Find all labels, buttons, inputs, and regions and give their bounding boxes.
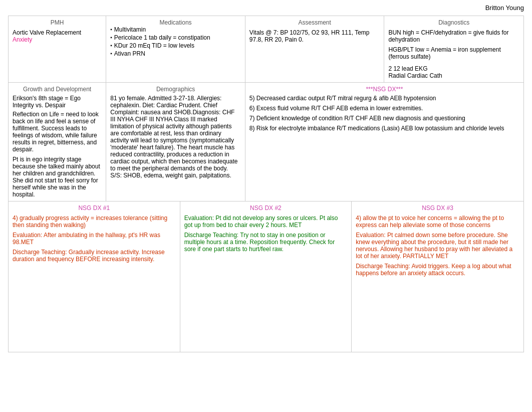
nsg-dx-item-1: 5) Decreased cardiac output R/T mitral r…	[249, 95, 519, 102]
list-item: Multivitamin	[110, 26, 241, 33]
nsg-dx-2-item1: Evaluation: Pt did not develop any sores…	[184, 215, 348, 229]
list-item: Pericolace 1 tab daily = constipation	[110, 34, 241, 41]
nsg-dx-3-item1: 4) allow the pt to voice her concerns = …	[356, 215, 519, 229]
cell-nsg-dx: ***NSG DX*** 5) Decreased cardiac output…	[245, 83, 523, 201]
user-name: Britton Young	[485, 4, 524, 12]
top-bar: Britton Young	[0, 0, 532, 16]
nsg-dx-item-4: 8) Risk for electrolyte imbalance R/T me…	[249, 125, 519, 132]
assessment-text: Vitals @ 7: BP 102/75, O2 93, HR 111, Te…	[249, 29, 380, 43]
row-3: NSG DX #1 4) gradually progress activity…	[9, 201, 523, 352]
cell-medications: Medications Multivitamin Pericolace 1 ta…	[106, 16, 245, 82]
nsg-dx-1-item2: Evaluation: After ambulating in the hall…	[13, 232, 176, 246]
nsg-dx-2-item2: Discharge Teaching: Try not to stay in o…	[184, 232, 348, 253]
cell-nsg-dx-1: NSG DX #1 4) gradually progress activity…	[9, 201, 180, 352]
medications-list: Multivitamin Pericolace 1 tab daily = co…	[110, 26, 241, 57]
diagnostics-item-3: 2 12 lead EKG	[388, 65, 519, 72]
nsg-dx-3-item2: Evaluation: Pt calmed down some before p…	[356, 232, 519, 260]
list-item: Ativan PRN	[110, 50, 241, 57]
nsg-dx-1-item1: 4) gradually progress activity = increas…	[13, 215, 176, 229]
main-grid: PMH Aortic Valve Replacement Anxiety Med…	[8, 16, 524, 352]
list-item: KDur 20 mEq TID = low levels	[110, 42, 241, 49]
demographics-text: 81 yo female. Admitted 3-27-18. Allergie…	[110, 95, 241, 179]
row-1: PMH Aortic Valve Replacement Anxiety Med…	[9, 16, 523, 83]
diagnostics-item-1: BUN high = CHF/dehydration = give fluids…	[388, 29, 519, 43]
diagnostics-header: Diagnostics	[388, 19, 519, 26]
nsg-dx-3-item3: Discharge Teaching: Avoid triggers. Keep…	[356, 263, 519, 277]
cell-diagnostics: Diagnostics BUN high = CHF/dehydration =…	[384, 16, 523, 82]
cell-growth: Growth and Development Erikson's 8th sta…	[9, 83, 106, 201]
diagnostics-item-4: Radial Cardiac Cath	[388, 72, 519, 79]
assessment-header: Assessment	[249, 19, 380, 26]
demographics-header: Demographics	[110, 86, 241, 93]
nsg-dx-1-item3: Discharge Teaching: Gradually increase a…	[13, 249, 176, 263]
nsg-dx-1-header: NSG DX #1	[13, 204, 176, 212]
nsg-dx-2-header: NSG DX #2	[184, 204, 348, 212]
nsg-dx-3-header: NSG DX #3	[356, 204, 519, 212]
nsg-dx-item-2: 6) Excess fluid volume R/T CHF AEB edema…	[249, 105, 519, 112]
nsg-dx-item-3: 7) Deficient knowledge of condition R/T …	[249, 115, 519, 122]
growth-header: Growth and Development	[13, 86, 102, 93]
pmh-line1: Aortic Valve Replacement	[13, 29, 102, 36]
growth-text1: Erikson's 8th stage = Ego Integrity vs. …	[13, 95, 102, 109]
nsg-dx-header: ***NSG DX***	[249, 86, 519, 93]
pmh-line2: Anxiety	[13, 36, 102, 43]
cell-assessment: Assessment Vitals @ 7: BP 102/75, O2 93,…	[245, 16, 385, 82]
diagnostics-item-2: HGB/PLT low = Anemia = iron supplement (…	[388, 46, 519, 60]
cell-demographics: Demographics 81 yo female. Admitted 3-27…	[106, 83, 245, 201]
pmh-header: PMH	[13, 19, 102, 26]
cell-pmh: PMH Aortic Valve Replacement Anxiety	[9, 16, 106, 82]
medications-header: Medications	[110, 19, 241, 26]
growth-text2: Reflection on Life = need to look back o…	[13, 111, 102, 153]
cell-nsg-dx-3: NSG DX #3 4) allow the pt to voice her c…	[352, 201, 523, 352]
row-2: Growth and Development Erikson's 8th sta…	[9, 83, 523, 201]
growth-text3: Pt is in ego integrity stage because she…	[13, 156, 102, 198]
cell-nsg-dx-2: NSG DX #2 Evaluation: Pt did not develop…	[180, 201, 352, 352]
